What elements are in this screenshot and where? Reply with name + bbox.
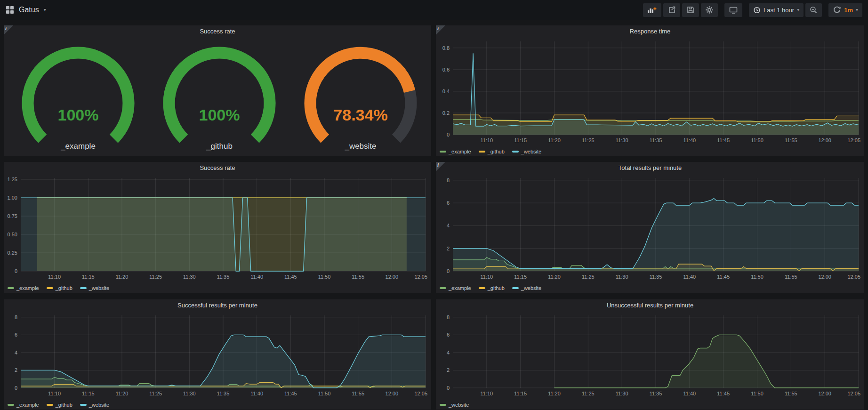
svg-text:1.25: 1.25	[8, 177, 17, 182]
legend-series-dash	[512, 151, 519, 153]
svg-text:0.75: 0.75	[8, 213, 17, 219]
panel-successful-results: Successful results per minute 0246811:10…	[4, 299, 431, 410]
svg-text:11:45: 11:45	[717, 274, 730, 280]
svg-text:11:25: 11:25	[582, 274, 595, 280]
legend-item[interactable]: _example	[440, 149, 471, 154]
svg-text:12:05: 12:05	[847, 391, 860, 396]
svg-text:11:20: 11:20	[548, 391, 561, 396]
chart-legend: _website	[440, 402, 469, 408]
svg-text:11:40: 11:40	[250, 274, 263, 280]
time-range-button[interactable]: Last 1 hour ▾	[749, 3, 804, 17]
svg-text:11:30: 11:30	[183, 391, 196, 396]
unsuccessful-results-chart[interactable]: 0246811:1011:1511:2011:2511:3011:3511:40…	[436, 311, 864, 410]
svg-text:2: 2	[447, 246, 450, 251]
svg-text:0: 0	[447, 132, 450, 137]
svg-text:11:15: 11:15	[514, 274, 527, 280]
panel-title[interactable]: Success rate	[4, 162, 431, 173]
legend-item[interactable]: _website	[512, 285, 541, 291]
svg-text:0.8: 0.8	[442, 45, 450, 51]
gauge-example: 100%_example	[8, 38, 149, 158]
chevron-down-icon: ▾	[856, 8, 858, 12]
svg-text:0.4: 0.4	[442, 88, 450, 94]
info-corner-icon[interactable]: i	[436, 25, 445, 35]
legend-series-dash	[479, 151, 485, 153]
svg-text:11:25: 11:25	[582, 391, 595, 396]
svg-text:8: 8	[447, 177, 450, 183]
refresh-button[interactable]: 1m ▾	[828, 3, 862, 17]
time-range-label: Last 1 hour	[764, 7, 794, 14]
legend-series-dash	[479, 287, 485, 289]
total-results-chart[interactable]: 0246811:1011:1511:2011:2511:3011:3511:40…	[436, 173, 864, 293]
svg-text:6: 6	[447, 332, 450, 338]
svg-text:0: 0	[447, 385, 450, 391]
tv-mode-button[interactable]	[724, 3, 742, 17]
svg-text:1.00: 1.00	[8, 195, 17, 201]
save-button[interactable]	[682, 3, 699, 17]
legend-item[interactable]: _github	[47, 285, 72, 291]
legend-series-label: _github	[488, 149, 505, 154]
svg-text:8: 8	[15, 314, 17, 320]
legend-series-dash	[8, 287, 14, 289]
legend-item[interactable]: _website	[80, 402, 109, 408]
success-rate-gauges[interactable]: 100%_example100%_github78.34%_website	[4, 37, 431, 156]
success-rate-chart[interactable]: 00.250.500.751.001.2511:1011:1511:2011:2…	[4, 173, 431, 293]
panel-title[interactable]: Total results per minute	[436, 162, 864, 173]
chart-legend: _example_github_website	[440, 149, 541, 154]
svg-text:11:55: 11:55	[785, 274, 797, 280]
legend-series-label: _website	[449, 402, 469, 408]
legend-item[interactable]: _github	[479, 285, 505, 291]
dashboard-title[interactable]: Gatus	[19, 6, 39, 14]
legend-item[interactable]: _website	[80, 285, 109, 291]
legend-item[interactable]: _github	[47, 402, 72, 408]
gauge-value: 78.34%	[333, 106, 387, 124]
legend-item[interactable]: _example	[440, 285, 471, 291]
share-button[interactable]	[663, 3, 680, 17]
legend-series-label: _github	[56, 402, 72, 408]
panel-title[interactable]: Successful results per minute	[4, 299, 431, 311]
legend-item[interactable]: _website	[440, 402, 469, 408]
gear-icon	[705, 6, 714, 14]
svg-text:0: 0	[447, 268, 450, 274]
svg-text:2: 2	[447, 367, 450, 373]
gauge-series-label: _example	[60, 142, 96, 151]
svg-text:11:40: 11:40	[683, 137, 696, 143]
settings-button[interactable]	[701, 3, 718, 17]
svg-text:11:55: 11:55	[352, 391, 364, 396]
svg-text:11:20: 11:20	[548, 274, 561, 280]
svg-text:11:15: 11:15	[82, 274, 95, 280]
panel-title[interactable]: Unsuccessful results per minute	[436, 299, 864, 311]
svg-text:11:45: 11:45	[284, 391, 297, 396]
gauge-github: 100%_github	[149, 38, 290, 158]
svg-text:0.2: 0.2	[442, 110, 450, 116]
panel-title[interactable]: Success rate	[4, 25, 431, 37]
info-corner-icon[interactable]: i	[436, 162, 445, 171]
chevron-down-icon[interactable]: ▾	[44, 8, 46, 12]
svg-text:11:40: 11:40	[250, 391, 263, 396]
gauge-series-label: _website	[344, 142, 376, 151]
svg-text:0.50: 0.50	[8, 232, 17, 237]
legend-item[interactable]: _example	[8, 285, 39, 291]
response-time-chart[interactable]: 00.20.40.60.811:1011:1511:2011:2511:3011…	[436, 37, 864, 156]
svg-text:6: 6	[447, 200, 450, 206]
svg-text:11:50: 11:50	[318, 274, 331, 280]
gauge-value: 100%	[58, 106, 99, 124]
legend-item[interactable]: _github	[479, 149, 505, 154]
legend-series-label: _website	[521, 285, 541, 291]
legend-item[interactable]: _example	[8, 402, 39, 408]
svg-text:2: 2	[15, 367, 17, 373]
svg-text:11:15: 11:15	[514, 391, 527, 396]
svg-text:4: 4	[447, 223, 450, 228]
info-corner-icon[interactable]: i	[4, 25, 13, 35]
svg-text:6: 6	[15, 332, 17, 338]
legend-item[interactable]: _website	[512, 149, 541, 154]
zoom-out-button[interactable]	[805, 3, 822, 17]
add-panel-button[interactable]	[643, 3, 661, 17]
dashboard-picker-grid-icon[interactable]	[6, 6, 14, 14]
gauge-series-label: _github	[206, 142, 233, 151]
successful-results-chart[interactable]: 0246811:1011:1511:2011:2511:3011:3511:40…	[4, 311, 431, 410]
legend-series-dash	[47, 287, 53, 289]
svg-text:11:15: 11:15	[514, 137, 527, 143]
panel-title[interactable]: Response time	[436, 25, 864, 37]
svg-text:11:10: 11:10	[480, 391, 493, 396]
svg-text:11:35: 11:35	[217, 391, 230, 396]
